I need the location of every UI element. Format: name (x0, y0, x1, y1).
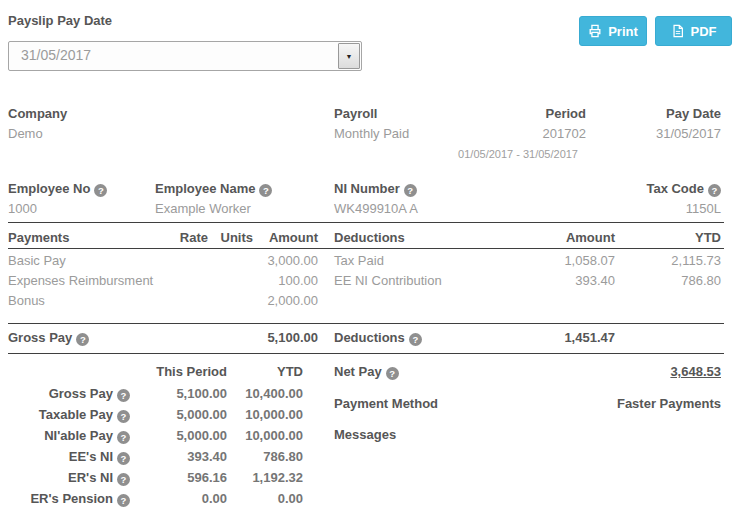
divider (8, 222, 724, 223)
pay-date-select-value: 31/05/2017 (21, 47, 91, 63)
help-icon[interactable]: ? (117, 473, 130, 486)
payslip-page: Payslip Pay Date 31/05/2017 ▼ Print PDF … (0, 0, 739, 518)
net-pay-label: Net Pay? (334, 364, 399, 380)
period-value: 201702 (543, 126, 586, 141)
help-icon[interactable]: ? (117, 410, 130, 423)
payment-method-value: Faster Payments (617, 396, 721, 411)
deductions-col-amount: Amount (566, 230, 615, 245)
deduction-row-name: EE NI Contribution (334, 273, 442, 288)
chevron-down-icon: ▼ (346, 53, 353, 60)
summary-this-period: 5,000.00 (176, 428, 227, 443)
employee-no-label: Employee No? (8, 181, 107, 197)
deductions-col-ytd: YTD (695, 230, 721, 245)
messages-label: Messages (334, 427, 396, 442)
employee-no-value: 1000 (8, 201, 37, 216)
deduction-row-amount: 393.40 (575, 273, 615, 288)
pay-date-label: Pay Date (666, 106, 721, 121)
summary-this-period: 0.00 (202, 491, 227, 506)
help-icon[interactable]: ? (117, 431, 130, 444)
help-icon[interactable]: ? (94, 184, 107, 197)
summary-row-label: Gross Pay? (49, 386, 130, 402)
deductions-total-value: 1,451.47 (564, 330, 615, 345)
payment-row-name: Basic Pay (8, 253, 66, 268)
employee-name-label: Employee Name? (155, 181, 272, 197)
summary-this-period: 5,000.00 (176, 407, 227, 422)
employee-name-value: Example Worker (155, 201, 251, 216)
payment-row-name: Expenses Reimbursment (8, 273, 153, 288)
pdf-file-icon (671, 24, 685, 38)
deduction-row-ytd: 2,115.73 (671, 253, 721, 268)
divider (8, 353, 724, 354)
payment-method-label: Payment Method (334, 396, 438, 411)
deduction-row-name: Tax Paid (334, 253, 384, 268)
summary-this-period: 596.16 (187, 470, 227, 485)
summary-ytd: 786.80 (263, 449, 303, 464)
summary-ytd: 0.00 (278, 491, 303, 506)
select-dropdown-button[interactable]: ▼ (338, 43, 360, 69)
help-icon[interactable]: ? (708, 184, 721, 197)
payment-row-amount: 100.00 (278, 273, 318, 288)
print-button[interactable]: Print (579, 16, 647, 46)
summary-this-period: 393.40 (187, 449, 227, 464)
gross-pay-total-label: Gross Pay? (8, 330, 89, 346)
payments-col-rate: Rate (180, 230, 208, 245)
divider (8, 248, 724, 249)
pay-date-value: 31/05/2017 (656, 126, 721, 141)
summary-ytd: 1,192.32 (252, 470, 303, 485)
pdf-button[interactable]: PDF (655, 16, 732, 46)
deduction-row-amount: 1,058.07 (564, 253, 615, 268)
help-icon[interactable]: ? (409, 333, 422, 346)
summary-row-label: NI'able Pay? (44, 428, 130, 444)
payroll-value: Monthly Paid (334, 126, 409, 141)
summary-row-label: Taxable Pay? (39, 407, 130, 423)
pay-date-select[interactable]: 31/05/2017 ▼ (8, 41, 362, 71)
tax-code-label: Tax Code? (646, 181, 721, 197)
net-pay-value: 3,648.53 (670, 364, 721, 379)
payment-row-amount: 2,000.00 (267, 293, 318, 308)
payment-row-amount: 3,000.00 (267, 253, 318, 268)
summary-col-ytd: YTD (277, 364, 303, 379)
summary-ytd: 10,400.00 (245, 386, 303, 401)
help-icon[interactable]: ? (259, 184, 272, 197)
payment-row-name: Bonus (8, 293, 45, 308)
summary-row-label: EE's NI? (69, 449, 130, 465)
ni-number-value: WK499910A A (334, 201, 418, 216)
gross-pay-total-value: 5,100.00 (267, 330, 318, 345)
help-icon[interactable]: ? (404, 184, 417, 197)
help-icon[interactable]: ? (117, 389, 130, 402)
summary-this-period: 5,100.00 (176, 386, 227, 401)
payments-col-amount: Amount (269, 230, 318, 245)
help-icon[interactable]: ? (386, 367, 399, 380)
payslip-pay-date-label: Payslip Pay Date (8, 13, 112, 28)
summary-ytd: 10,000.00 (245, 428, 303, 443)
tax-code-value: 1150L (686, 201, 721, 216)
summary-ytd: 10,000.00 (245, 407, 303, 422)
payroll-label: Payroll (334, 106, 377, 121)
divider (8, 323, 724, 324)
deductions-title: Deductions (334, 230, 405, 245)
company-label: Company (8, 106, 67, 121)
print-button-label: Print (608, 24, 638, 39)
summary-row-label: ER's Pension? (30, 491, 130, 507)
help-icon[interactable]: ? (117, 452, 130, 465)
pdf-button-label: PDF (691, 24, 717, 39)
deductions-total-label: Deductions? (334, 330, 422, 346)
summary-row-label: ER's NI? (68, 470, 130, 486)
period-label: Period (546, 106, 586, 121)
ni-number-label: NI Number? (334, 181, 417, 197)
summary-col-this-period: This Period (156, 364, 227, 379)
printer-icon (588, 24, 602, 38)
help-icon[interactable]: ? (76, 333, 89, 346)
deduction-row-ytd: 786.80 (681, 273, 721, 288)
payments-col-units: Units (221, 230, 254, 245)
period-date-range: 01/05/2017 - 31/05/2017 (458, 148, 578, 160)
company-value: Demo (8, 126, 43, 141)
help-icon[interactable]: ? (117, 494, 130, 507)
payments-title: Payments (8, 230, 69, 245)
